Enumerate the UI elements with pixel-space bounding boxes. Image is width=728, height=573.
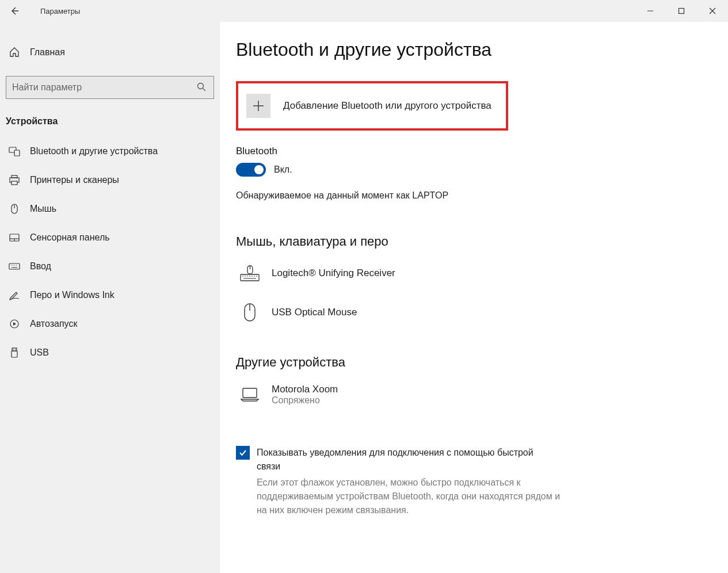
svg-line-5 [203,89,206,91]
back-arrow-icon [9,6,20,16]
discoverable-text: Обнаруживаемое на данный момент как LAPT… [236,190,711,201]
sidebar-home-label: Главная [30,47,65,58]
svg-rect-42 [243,388,257,398]
bluetooth-toggle[interactable] [236,163,266,177]
sidebar-item-label: Ввод [30,261,51,272]
search-icon [196,82,208,93]
close-button[interactable] [697,0,728,22]
mouse-icon [8,203,21,215]
plus-icon [246,94,270,118]
home-icon [8,46,21,59]
minimize-button[interactable] [635,0,666,22]
sidebar-item-usb[interactable]: USB [0,338,220,367]
keyboard-icon [8,260,21,273]
svg-rect-24 [12,351,17,357]
device-row-receiver[interactable]: Logitech® Unifying Receiver [236,257,711,296]
device-status: Сопряжено [272,395,338,406]
device-row-xoom[interactable]: Motorola Xoom Сопряжено [236,378,711,418]
toggle-knob [254,165,264,174]
mouse-device-icon [239,302,260,323]
keyboard-receiver-icon [239,263,260,284]
svg-rect-31 [241,274,259,281]
device-row-mouse[interactable]: USB Optical Mouse [236,296,711,335]
window-controls [635,0,728,22]
svg-rect-16 [9,263,20,269]
sidebar-home[interactable]: Главная [0,39,220,66]
section-other-devices: Другие устройства [236,355,711,370]
sidebar-item-label: Bluetooth и другие устройства [30,146,158,156]
svg-rect-23 [12,348,17,351]
content: Bluetooth и другие устройства Добавление… [220,22,728,573]
section-mouse-keyboard: Мышь, клавиатура и перо [236,234,711,249]
add-device-button[interactable]: Добавление Bluetooth или другого устройс… [236,81,508,131]
device-name: USB Optical Mouse [272,307,357,318]
sidebar-item-label: USB [30,347,49,358]
minimize-icon [647,7,654,14]
svg-rect-10 [12,181,17,185]
sidebar-item-label: Мышь [30,204,56,214]
sidebar-item-label: Принтеры и сканеры [30,175,119,185]
touchpad-icon [8,231,21,244]
window-title: Параметры [29,7,80,16]
bluetooth-heading: Bluetooth [236,146,711,157]
checkbox-label: Показывать уведомления для подключения с… [257,446,550,473]
close-icon [709,7,716,14]
usb-icon [8,346,21,359]
sidebar: Главная Устройства Bluetooth и другие ус… [0,22,220,573]
sidebar-item-touchpad[interactable]: Сенсорная панель [0,223,220,252]
sidebar-item-pen[interactable]: Перо и Windows Ink [0,281,220,310]
maximize-button[interactable] [666,0,697,22]
devices-icon [8,145,21,158]
device-name: Logitech® Unifying Receiver [272,268,395,279]
back-button[interactable] [0,0,29,22]
sidebar-item-label: Перо и Windows Ink [30,290,115,300]
autoplay-icon [8,318,21,330]
search-input[interactable] [12,82,196,93]
laptop-icon [239,384,260,405]
sidebar-item-bluetooth[interactable]: Bluetooth и другие устройства [0,137,220,166]
checkbox-description: Если этот флажок установлен, можно быстр… [257,476,567,517]
sidebar-item-mouse[interactable]: Мышь [0,194,220,223]
sidebar-section-title: Устройства [0,109,220,137]
sidebar-item-label: Автозапуск [30,319,77,329]
checkmark-icon [238,448,247,457]
sidebar-item-printers[interactable]: Принтеры и сканеры [0,166,220,194]
search-box[interactable] [6,76,214,99]
sidebar-item-label: Сенсорная панель [30,232,110,243]
swift-pair-checkbox[interactable] [236,446,250,460]
svg-rect-1 [679,9,684,14]
svg-point-4 [198,83,204,89]
sidebar-item-autoplay[interactable]: Автозапуск [0,310,220,338]
add-device-label: Добавление Bluetooth или другого устройс… [283,100,491,112]
printer-icon [8,174,21,186]
toggle-state-label: Вкл. [274,165,292,175]
svg-rect-7 [14,150,20,156]
sidebar-item-typing[interactable]: Ввод [0,252,220,281]
page-title: Bluetooth и другие устройства [236,39,711,60]
titlebar: Параметры [0,0,728,22]
svg-rect-8 [12,175,17,178]
device-name: Motorola Xoom [272,384,338,395]
maximize-icon [678,7,685,14]
pen-icon [8,289,21,301]
